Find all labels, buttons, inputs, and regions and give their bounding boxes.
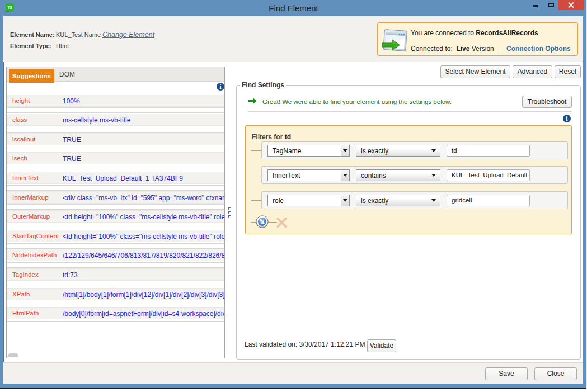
svg-text:TS: TS xyxy=(7,6,12,10)
